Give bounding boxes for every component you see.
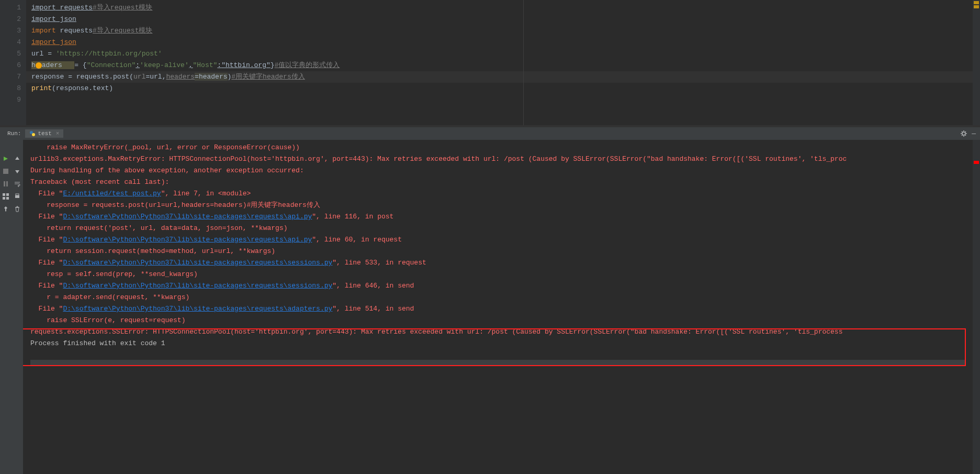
python-file-icon xyxy=(29,130,36,137)
line-number: 9 xyxy=(0,94,26,106)
editor-marker-strip[interactable] xyxy=(973,0,980,125)
svg-rect-9 xyxy=(6,197,9,200)
file-link[interactable]: D:\software\Python\Python37\lib\site-pac… xyxy=(63,282,332,290)
console-line: raise MaxRetryError(_pool, url, error or… xyxy=(30,142,973,153)
code-line: print(response.text) xyxy=(26,83,973,94)
file-link[interactable]: D:\software\Python\Python37\lib\site-pac… xyxy=(63,259,332,267)
run-tab[interactable]: test × xyxy=(25,129,63,138)
svg-point-1 xyxy=(32,133,35,136)
console-line: Traceback (most recent call last): xyxy=(30,177,973,188)
line-number: 4 xyxy=(0,37,26,48)
console-line: resp = self.send(prep, **send_kwargs) xyxy=(30,269,973,280)
console-line: File "E:/untitled/test_post.py", line 7,… xyxy=(30,188,973,200)
console-output[interactable]: raise MaxRetryError(_pool, url, error or… xyxy=(23,140,973,474)
svg-rect-11 xyxy=(16,194,19,195)
line-number: 5 xyxy=(0,48,26,60)
file-link[interactable]: D:\software\Python\Python37\lib\site-pac… xyxy=(63,213,312,221)
right-margin-line xyxy=(523,0,524,125)
code-line: haders = {"Connection":'keep-alive',"Hos… xyxy=(26,60,973,71)
console-line: response = requests.post(url=url,headers… xyxy=(30,200,973,211)
run-left-toolbar xyxy=(0,140,12,474)
line-number: 8 xyxy=(0,83,26,94)
gear-icon[interactable] xyxy=(960,130,967,137)
svg-rect-8 xyxy=(3,197,5,200)
console-line: File "D:\software\Python\Python37\lib\si… xyxy=(30,280,973,292)
svg-rect-7 xyxy=(6,193,9,196)
console-line: File "D:\software\Python\Python37\lib\si… xyxy=(30,234,973,246)
rerun-icon[interactable] xyxy=(2,155,10,163)
console-line: During handling of the above exception, … xyxy=(30,165,973,177)
line-number: 7 xyxy=(0,71,26,83)
console-line: File "D:\software\Python\Python37\lib\si… xyxy=(30,257,973,269)
code-editor[interactable]: import requests#导入request模块 import json … xyxy=(26,0,973,125)
console-line: File "D:\software\Python\Python37\lib\si… xyxy=(30,211,973,223)
warning-marker[interactable] xyxy=(974,5,979,8)
error-marker[interactable] xyxy=(974,161,979,164)
console-line: r = adapter.send(request, **kwargs) xyxy=(30,292,973,303)
intention-bulb-icon[interactable] xyxy=(36,62,42,69)
hide-icon[interactable]: — xyxy=(972,130,976,138)
run-tabs-bar: Run: test × — xyxy=(0,127,980,140)
pause-icon[interactable] xyxy=(2,180,10,188)
trash-icon[interactable] xyxy=(13,205,21,213)
code-line: import requests#导入request模块 xyxy=(26,2,973,14)
stop-icon[interactable] xyxy=(2,167,10,175)
layout-icon[interactable] xyxy=(2,192,10,201)
console-line: raise SSLError(e, request=request) xyxy=(30,315,973,326)
code-line: import json xyxy=(26,37,973,48)
tab-label: test xyxy=(38,130,51,137)
svg-rect-4 xyxy=(4,181,5,186)
console-line: return request('post', url, data=data, j… xyxy=(30,223,973,234)
pin-icon[interactable] xyxy=(2,205,10,213)
highlight-box xyxy=(23,328,966,366)
svg-rect-3 xyxy=(3,169,8,174)
line-number: 2 xyxy=(0,14,26,25)
run-inner-toolbar xyxy=(12,140,23,474)
run-label: Run: xyxy=(3,130,25,137)
close-icon[interactable]: × xyxy=(56,130,60,137)
run-body: raise MaxRetryError(_pool, url, error or… xyxy=(0,140,980,474)
file-link[interactable]: E:/untitled/test_post.py xyxy=(63,190,161,197)
svg-rect-10 xyxy=(15,195,19,198)
line-gutter: 1 2 3 4 5 6 7 8 9 xyxy=(0,0,26,125)
console-line: urllib3.exceptions.MaxRetryError: HTTPSC… xyxy=(30,153,973,165)
console-marker-strip[interactable] xyxy=(973,140,980,474)
editor-area: 1 2 3 4 5 6 7 8 9 import requests#导入requ… xyxy=(0,0,980,126)
line-number: 6 xyxy=(0,60,26,71)
up-icon[interactable] xyxy=(13,155,21,163)
svg-rect-5 xyxy=(6,181,8,186)
run-content: Run: test × — xyxy=(0,127,980,474)
line-number: 1 xyxy=(0,2,26,14)
svg-point-2 xyxy=(962,132,965,135)
warning-marker[interactable] xyxy=(974,1,979,4)
run-panel: Run: test × — xyxy=(0,126,980,474)
down-icon[interactable] xyxy=(13,167,21,175)
console-line: return session.request(method=method, ur… xyxy=(30,246,973,257)
svg-rect-6 xyxy=(3,193,5,196)
code-line: import requests#导入request模块 xyxy=(26,25,973,37)
wrap-icon[interactable] xyxy=(13,180,21,188)
line-number: 3 xyxy=(0,25,26,37)
code-line: url = 'https://httpbin.org/post' xyxy=(26,48,973,60)
file-link[interactable]: D:\software\Python\Python37\lib\site-pac… xyxy=(63,305,332,313)
file-link[interactable]: D:\software\Python\Python37\lib\site-pac… xyxy=(63,236,312,244)
console-line: File "D:\software\Python\Python37\lib\si… xyxy=(30,303,973,315)
code-line: response = requests.post(url=url,headers… xyxy=(26,71,973,83)
print-icon[interactable] xyxy=(13,192,21,201)
code-line: import json xyxy=(26,14,973,25)
